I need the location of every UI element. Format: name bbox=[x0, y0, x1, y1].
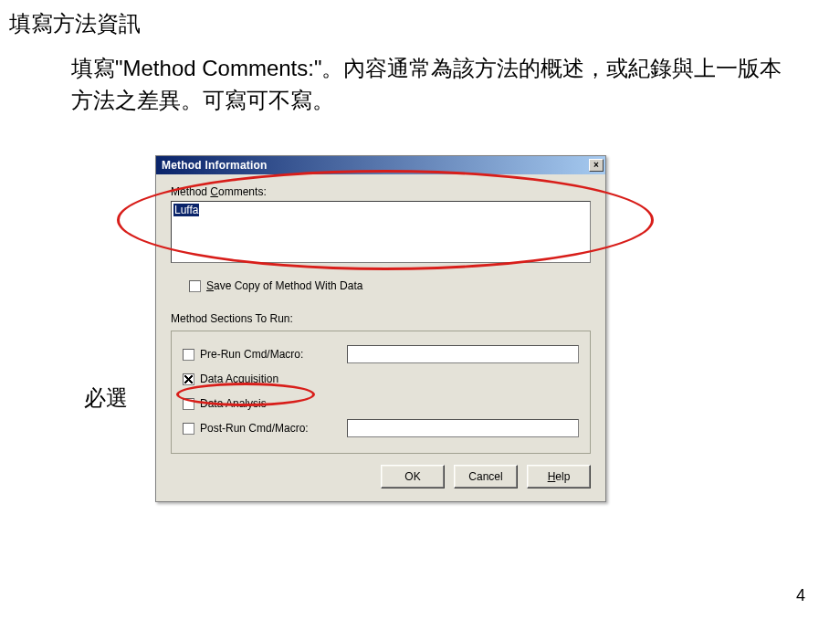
pre-run-input[interactable] bbox=[347, 345, 579, 363]
data-analysis-checkbox-row[interactable]: Data Analysis bbox=[183, 397, 347, 410]
dialog-body: Method Comments: Luffa Save Copy of Meth… bbox=[156, 174, 605, 501]
method-comments-value: Luffa bbox=[173, 204, 199, 216]
pre-run-checkbox[interactable] bbox=[183, 349, 194, 361]
post-run-checkbox-row[interactable]: Post-Run Cmd/Macro: bbox=[183, 422, 347, 435]
post-run-input[interactable] bbox=[347, 419, 579, 437]
data-analysis-checkbox[interactable] bbox=[183, 398, 194, 410]
ok-button[interactable]: OK bbox=[381, 465, 445, 488]
data-acquisition-row: Data Acquisition bbox=[183, 368, 579, 390]
slide-title: 填寫方法資訊 bbox=[9, 9, 141, 38]
data-acquisition-checkbox-row[interactable]: Data Acquisition bbox=[183, 373, 347, 385]
data-analysis-row: Data Analysis bbox=[183, 393, 579, 415]
method-comments-label: Method Comments: bbox=[171, 185, 591, 198]
pre-run-row: Pre-Run Cmd/Macro: bbox=[183, 343, 579, 365]
dialog-title: Method Information bbox=[162, 159, 268, 172]
method-sections-group: Pre-Run Cmd/Macro: Data Acquisition Data… bbox=[171, 331, 591, 454]
data-analysis-label: Data Analysis bbox=[200, 397, 267, 410]
data-acquisition-checkbox[interactable] bbox=[183, 373, 194, 385]
annotation-required: 必選 bbox=[84, 383, 128, 413]
close-button[interactable]: × bbox=[589, 159, 604, 172]
save-copy-checkbox[interactable] bbox=[189, 280, 201, 292]
save-copy-label: Save Copy of Method With Data bbox=[206, 279, 362, 292]
method-information-dialog: Method Information × Method Comments: Lu… bbox=[155, 155, 606, 502]
help-button[interactable]: Help bbox=[527, 465, 591, 488]
data-acquisition-label: Data Acquisition bbox=[200, 373, 278, 385]
post-run-row: Post-Run Cmd/Macro: bbox=[183, 417, 579, 439]
method-comments-textarea[interactable]: Luffa bbox=[171, 201, 591, 263]
page-number: 4 bbox=[796, 586, 805, 605]
post-run-checkbox[interactable] bbox=[183, 423, 194, 435]
post-run-label: Post-Run Cmd/Macro: bbox=[200, 422, 309, 435]
slide-body-text: 填寫"Method Comments:"。內容通常為該方法的概述，或紀錄與上一版… bbox=[71, 53, 785, 117]
cancel-button[interactable]: Cancel bbox=[454, 465, 518, 488]
pre-run-checkbox-row[interactable]: Pre-Run Cmd/Macro: bbox=[183, 348, 347, 361]
method-sections-label: Method Sections To Run: bbox=[171, 312, 591, 325]
pre-run-label: Pre-Run Cmd/Macro: bbox=[200, 348, 303, 361]
dialog-button-row: OK Cancel Help bbox=[171, 465, 591, 488]
save-copy-checkbox-row[interactable]: Save Copy of Method With Data bbox=[189, 279, 591, 292]
dialog-titlebar: Method Information × bbox=[156, 156, 605, 174]
